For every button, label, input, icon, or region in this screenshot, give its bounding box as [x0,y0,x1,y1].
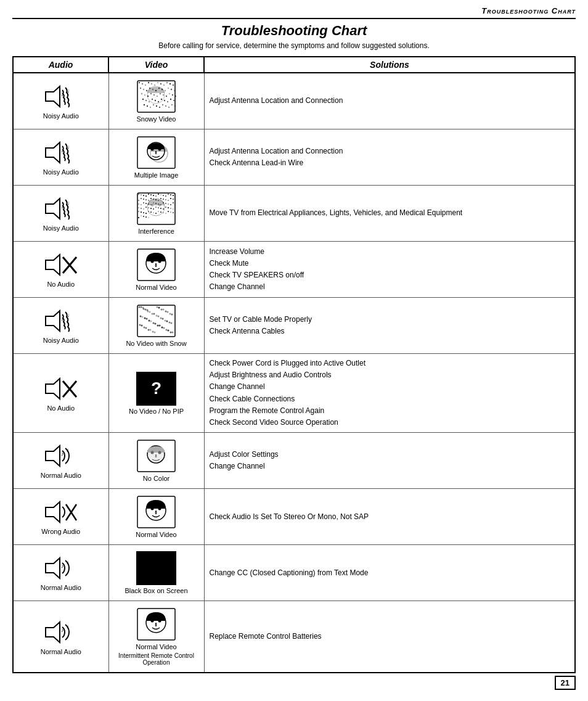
table-row: ♪ ♩ Noisy Audio No Video with Snow Set T… [13,298,575,354]
svg-marker-167 [46,311,60,331]
svg-marker-224 [46,446,60,466]
svg-rect-90 [163,195,164,196]
svg-point-26 [168,88,169,89]
svg-point-203 [141,325,143,327]
svg-rect-121 [165,203,166,204]
svg-rect-106 [165,199,166,200]
audio-cell: ♪ ♩ Normal Audio [13,545,108,601]
svg-point-218 [172,332,174,334]
svg-point-53 [144,104,145,105]
svg-rect-100 [150,198,152,199]
svg-rect-116 [153,202,154,203]
svg-point-15 [169,83,171,84]
video-label: No Video with Snow [126,340,186,347]
svg-point-174 [152,313,153,315]
svg-rect-81 [141,194,142,195]
svg-rect-150 [163,212,164,213]
svg-point-171 [139,306,141,308]
svg-point-10 [154,84,155,86]
svg-rect-127 [143,208,144,210]
svg-rect-135 [163,208,164,210]
video-icon-container: Black Box on Screen [114,549,199,597]
svg-point-13 [163,84,165,86]
svg-text:♪: ♪ [61,316,64,322]
svg-point-42 [145,100,147,101]
svg-point-179 [139,324,141,326]
svg-rect-144 [148,211,149,212]
svg-point-59 [162,104,163,105]
svg-marker-0 [46,86,60,107]
svg-rect-118 [158,203,159,205]
video-icon-container: Interference [114,189,199,237]
svg-rect-111 [141,204,142,205]
svg-rect-83 [145,195,147,197]
svg-point-200 [162,318,164,320]
svg-point-46 [158,101,159,102]
svg-point-37 [166,96,167,97]
svg-point-7 [145,84,146,86]
svg-point-61 [168,107,169,108]
svg-rect-103 [158,200,159,201]
svg-rect-140 [138,211,139,212]
solutions-cell: Set TV or Cable Mode ProperlyCheck Anten… [204,298,575,354]
troubleshooting-table: Audio Video Solutions ♪ ♩ Noisy Audio Sn… [12,56,576,673]
svg-point-44 [152,99,153,100]
solutions-cell: Replace Remote Control Batteries [204,601,575,673]
svg-rect-141 [141,211,142,213]
svg-rect-104 [160,198,161,199]
svg-point-208 [163,309,165,311]
solution-item: Move TV from Electrical Appliances, Ligh… [210,207,570,219]
svg-point-55 [150,107,151,108]
svg-point-16 [173,84,174,86]
svg-rect-122 [168,203,169,205]
solution-item: Check Antenna Lead-in Wire [210,157,570,169]
svg-text:♩: ♩ [67,89,69,93]
svg-rect-95 [138,200,139,201]
svg-rect-151 [165,213,166,214]
solution-item: Adjust Antenna Location and Connection [210,146,570,157]
solution-item: Adjust Color Settings [210,449,570,461]
svg-point-237 [158,507,161,510]
svg-rect-157 [143,216,144,217]
video-label: Interference [138,228,174,235]
svg-point-22 [155,90,157,91]
svg-point-219 [142,307,144,309]
solution-item: Check Audio Is Set To Stereo Or Mono, No… [210,511,570,523]
audio-label: No Audio [47,281,75,288]
solution-item: Program the Remote Control Again [210,405,570,417]
table-row: ♪ ♩ Normal Audio Black Box on Screen Cha… [13,545,575,601]
svg-rect-128 [145,207,147,208]
video-cell: Interference [108,186,204,242]
svg-rect-94 [173,195,174,196]
svg-point-5 [139,82,140,83]
svg-rect-145 [150,211,152,213]
solution-item: Change Channel [210,461,570,472]
table-row: ♪ ♩ Normal Audio Normal Video Intermitte… [13,601,575,673]
svg-point-196 [145,309,147,311]
svg-point-246 [151,620,154,623]
audio-cell: ♪ ♩ Noisy Audio [13,298,108,354]
svg-rect-136 [165,207,166,208]
svg-point-71 [151,148,154,151]
svg-rect-82 [143,195,144,196]
svg-rect-102 [155,199,157,200]
svg-point-6 [142,83,143,84]
audio-icon-container: ♪ ♩ Noisy Audio [18,80,104,122]
svg-rect-99 [148,200,149,201]
svg-marker-160 [46,255,60,275]
video-label: Snowy Video [136,115,176,123]
page-header: Troubleshooting Chart [12,6,576,19]
solution-item: Set TV or Cable Mode Properly [210,314,570,326]
svg-marker-241 [46,622,60,642]
svg-point-199 [158,316,160,318]
svg-point-17 [140,88,141,89]
video-label: Normal Video [136,643,176,650]
svg-rect-96 [141,198,142,199]
svg-point-45 [155,100,156,101]
audio-icon-container: ♪ ♩ Noisy Audio [18,305,104,346]
svg-rect-158 [145,216,147,218]
col-header-audio: Audio [13,57,108,73]
svg-point-211 [142,316,144,318]
svg-rect-131 [153,208,154,210]
video-cell: Snowy Video [108,73,204,129]
